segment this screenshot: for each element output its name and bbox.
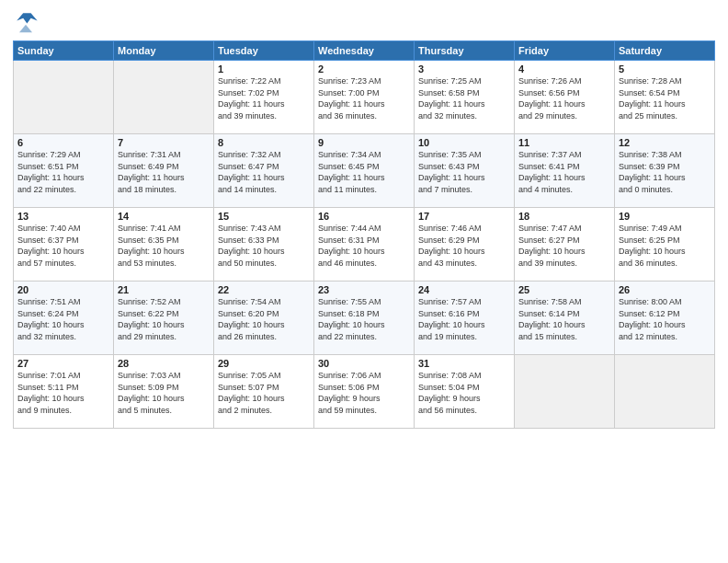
day-number: 12 bbox=[619, 137, 711, 148]
column-header-thursday: Thursday bbox=[415, 41, 515, 61]
day-number: 31 bbox=[418, 358, 510, 369]
day-info: Sunrise: 7:44 AM Sunset: 6:31 PM Dayligh… bbox=[318, 223, 410, 269]
calendar-cell: 25Sunrise: 7:58 AM Sunset: 6:14 PM Dayli… bbox=[515, 282, 615, 355]
day-info: Sunrise: 7:05 AM Sunset: 5:07 PM Dayligh… bbox=[218, 370, 310, 416]
column-header-monday: Monday bbox=[114, 41, 214, 61]
day-info: Sunrise: 7:35 AM Sunset: 6:43 PM Dayligh… bbox=[418, 149, 510, 195]
calendar-cell: 14Sunrise: 7:41 AM Sunset: 6:35 PM Dayli… bbox=[114, 208, 214, 282]
calendar-cell: 6Sunrise: 7:29 AM Sunset: 6:51 PM Daylig… bbox=[14, 134, 114, 208]
day-info: Sunrise: 7:32 AM Sunset: 6:47 PM Dayligh… bbox=[218, 149, 310, 195]
calendar-cell: 28Sunrise: 7:03 AM Sunset: 5:09 PM Dayli… bbox=[114, 355, 214, 429]
week-row-2: 6Sunrise: 7:29 AM Sunset: 6:51 PM Daylig… bbox=[14, 134, 715, 208]
day-number: 9 bbox=[318, 137, 410, 148]
calendar-cell: 2Sunrise: 7:23 AM Sunset: 7:00 PM Daylig… bbox=[314, 61, 415, 134]
day-info: Sunrise: 7:03 AM Sunset: 5:09 PM Dayligh… bbox=[118, 370, 210, 416]
calendar-cell: 21Sunrise: 7:52 AM Sunset: 6:22 PM Dayli… bbox=[114, 282, 214, 355]
day-number: 19 bbox=[619, 211, 711, 222]
day-number: 17 bbox=[418, 211, 510, 222]
column-header-tuesday: Tuesday bbox=[214, 41, 314, 61]
day-info: Sunrise: 7:29 AM Sunset: 6:51 PM Dayligh… bbox=[17, 149, 109, 195]
calendar-cell: 10Sunrise: 7:35 AM Sunset: 6:43 PM Dayli… bbox=[415, 134, 515, 208]
day-info: Sunrise: 7:23 AM Sunset: 7:00 PM Dayligh… bbox=[318, 75, 410, 121]
day-number: 27 bbox=[17, 358, 109, 369]
day-number: 26 bbox=[619, 284, 711, 295]
calendar-cell: 7Sunrise: 7:31 AM Sunset: 6:49 PM Daylig… bbox=[114, 134, 214, 208]
day-info: Sunrise: 7:28 AM Sunset: 6:54 PM Dayligh… bbox=[619, 75, 711, 121]
day-info: Sunrise: 7:25 AM Sunset: 6:58 PM Dayligh… bbox=[418, 75, 510, 121]
calendar-cell: 11Sunrise: 7:37 AM Sunset: 6:41 PM Dayli… bbox=[515, 134, 615, 208]
day-info: Sunrise: 7:31 AM Sunset: 6:49 PM Dayligh… bbox=[118, 149, 210, 195]
column-header-sunday: Sunday bbox=[14, 41, 114, 61]
day-info: Sunrise: 8:00 AM Sunset: 6:12 PM Dayligh… bbox=[619, 296, 711, 342]
day-number: 20 bbox=[17, 284, 109, 295]
calendar-cell: 9Sunrise: 7:34 AM Sunset: 6:45 PM Daylig… bbox=[314, 134, 415, 208]
calendar-cell: 24Sunrise: 7:57 AM Sunset: 6:16 PM Dayli… bbox=[415, 282, 515, 355]
calendar-cell bbox=[14, 61, 114, 134]
calendar-cell: 19Sunrise: 7:49 AM Sunset: 6:25 PM Dayli… bbox=[615, 208, 715, 282]
day-info: Sunrise: 7:26 AM Sunset: 6:56 PM Dayligh… bbox=[518, 75, 610, 121]
day-number: 5 bbox=[619, 63, 711, 75]
week-row-4: 20Sunrise: 7:51 AM Sunset: 6:24 PM Dayli… bbox=[14, 282, 715, 355]
day-number: 30 bbox=[318, 358, 410, 369]
day-info: Sunrise: 7:54 AM Sunset: 6:20 PM Dayligh… bbox=[218, 296, 310, 342]
calendar-cell: 5Sunrise: 7:28 AM Sunset: 6:54 PM Daylig… bbox=[615, 61, 715, 134]
day-info: Sunrise: 7:37 AM Sunset: 6:41 PM Dayligh… bbox=[518, 149, 610, 195]
day-number: 28 bbox=[118, 358, 210, 369]
day-number: 14 bbox=[118, 211, 210, 222]
calendar-cell: 12Sunrise: 7:38 AM Sunset: 6:39 PM Dayli… bbox=[615, 134, 715, 208]
calendar-cell: 18Sunrise: 7:47 AM Sunset: 6:27 PM Dayli… bbox=[515, 208, 615, 282]
calendar-cell bbox=[515, 355, 615, 429]
calendar-cell: 13Sunrise: 7:40 AM Sunset: 6:37 PM Dayli… bbox=[14, 208, 114, 282]
day-info: Sunrise: 7:08 AM Sunset: 5:04 PM Dayligh… bbox=[418, 370, 510, 416]
header bbox=[13, 9, 715, 35]
header-row: SundayMondayTuesdayWednesdayThursdayFrid… bbox=[14, 41, 715, 61]
day-info: Sunrise: 7:49 AM Sunset: 6:25 PM Dayligh… bbox=[619, 223, 711, 269]
day-info: Sunrise: 7:38 AM Sunset: 6:39 PM Dayligh… bbox=[619, 149, 711, 195]
calendar-cell: 3Sunrise: 7:25 AM Sunset: 6:58 PM Daylig… bbox=[415, 61, 515, 134]
calendar-cell: 26Sunrise: 8:00 AM Sunset: 6:12 PM Dayli… bbox=[615, 282, 715, 355]
day-info: Sunrise: 7:01 AM Sunset: 5:11 PM Dayligh… bbox=[17, 370, 109, 416]
day-number: 24 bbox=[418, 284, 510, 295]
week-row-5: 27Sunrise: 7:01 AM Sunset: 5:11 PM Dayli… bbox=[14, 355, 715, 429]
day-number: 16 bbox=[318, 211, 410, 222]
day-info: Sunrise: 7:51 AM Sunset: 6:24 PM Dayligh… bbox=[17, 296, 109, 342]
day-info: Sunrise: 7:06 AM Sunset: 5:06 PM Dayligh… bbox=[318, 370, 410, 416]
day-info: Sunrise: 7:22 AM Sunset: 7:02 PM Dayligh… bbox=[218, 75, 310, 121]
logo-icon bbox=[13, 9, 39, 35]
calendar-cell: 23Sunrise: 7:55 AM Sunset: 6:18 PM Dayli… bbox=[314, 282, 415, 355]
calendar-table: SundayMondayTuesdayWednesdayThursdayFrid… bbox=[13, 40, 715, 429]
day-number: 21 bbox=[118, 284, 210, 295]
calendar-cell: 22Sunrise: 7:54 AM Sunset: 6:20 PM Dayli… bbox=[214, 282, 314, 355]
week-row-1: 1Sunrise: 7:22 AM Sunset: 7:02 PM Daylig… bbox=[14, 61, 715, 134]
day-info: Sunrise: 7:46 AM Sunset: 6:29 PM Dayligh… bbox=[418, 223, 510, 269]
calendar-cell: 30Sunrise: 7:06 AM Sunset: 5:06 PM Dayli… bbox=[314, 355, 415, 429]
calendar-cell: 4Sunrise: 7:26 AM Sunset: 6:56 PM Daylig… bbox=[515, 61, 615, 134]
day-info: Sunrise: 7:58 AM Sunset: 6:14 PM Dayligh… bbox=[518, 296, 610, 342]
calendar-cell bbox=[114, 61, 214, 134]
day-number: 7 bbox=[118, 137, 210, 148]
day-number: 8 bbox=[218, 137, 310, 148]
day-info: Sunrise: 7:52 AM Sunset: 6:22 PM Dayligh… bbox=[118, 296, 210, 342]
day-info: Sunrise: 7:41 AM Sunset: 6:35 PM Dayligh… bbox=[118, 223, 210, 269]
calendar-cell: 31Sunrise: 7:08 AM Sunset: 5:04 PM Dayli… bbox=[415, 355, 515, 429]
day-number: 18 bbox=[518, 211, 610, 222]
day-number: 23 bbox=[318, 284, 410, 295]
day-number: 4 bbox=[518, 63, 610, 75]
day-number: 3 bbox=[418, 63, 510, 75]
day-info: Sunrise: 7:40 AM Sunset: 6:37 PM Dayligh… bbox=[17, 223, 109, 269]
week-row-3: 13Sunrise: 7:40 AM Sunset: 6:37 PM Dayli… bbox=[14, 208, 715, 282]
calendar-cell: 16Sunrise: 7:44 AM Sunset: 6:31 PM Dayli… bbox=[314, 208, 415, 282]
day-number: 29 bbox=[218, 358, 310, 369]
day-number: 10 bbox=[418, 137, 510, 148]
calendar-cell: 1Sunrise: 7:22 AM Sunset: 7:02 PM Daylig… bbox=[214, 61, 314, 134]
calendar-cell: 20Sunrise: 7:51 AM Sunset: 6:24 PM Dayli… bbox=[14, 282, 114, 355]
calendar-cell: 17Sunrise: 7:46 AM Sunset: 6:29 PM Dayli… bbox=[415, 208, 515, 282]
calendar-cell: 29Sunrise: 7:05 AM Sunset: 5:07 PM Dayli… bbox=[214, 355, 314, 429]
day-number: 2 bbox=[318, 63, 410, 75]
column-header-friday: Friday bbox=[515, 41, 615, 61]
column-header-wednesday: Wednesday bbox=[314, 41, 415, 61]
day-number: 25 bbox=[518, 284, 610, 295]
calendar-cell: 27Sunrise: 7:01 AM Sunset: 5:11 PM Dayli… bbox=[14, 355, 114, 429]
svg-marker-0 bbox=[17, 13, 37, 23]
svg-marker-1 bbox=[19, 25, 32, 32]
